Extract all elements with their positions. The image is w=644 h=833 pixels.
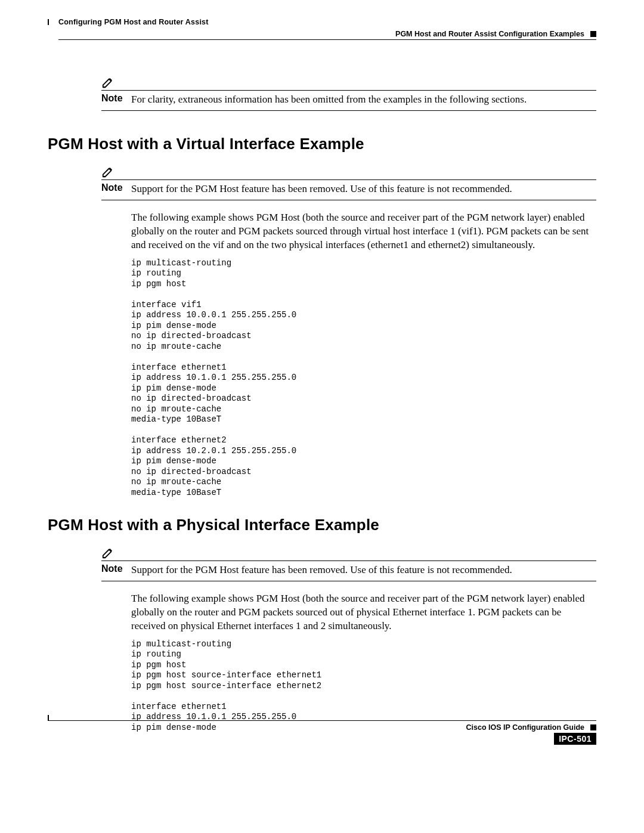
note-block-2: Note Support for the PGM Host feature ha… <box>101 165 596 200</box>
footer-row: Cisco IOS IP Configuration Guide <box>48 723 596 732</box>
note-block-3: Note Support for the PGM Host feature ha… <box>101 546 596 581</box>
header-chapter: Configuring PGM Host and Router Assist <box>58 18 596 26</box>
footer-title: Cisco IOS IP Configuration Guide <box>466 723 584 732</box>
crop-mark-top <box>48 19 49 25</box>
pencil-icon <box>101 76 114 89</box>
note-block-1: Note For clarity, extraneous information… <box>101 76 596 111</box>
note-text-1: For clarity, extraneous information has … <box>131 93 596 107</box>
body-paragraph-2: The following example shows PGM Host (bo… <box>131 592 596 633</box>
note-label-1: Note <box>101 93 131 104</box>
note-text-2: Support for the PGM Host feature has bee… <box>131 182 596 196</box>
page-footer: Cisco IOS IP Configuration Guide <box>48 720 596 732</box>
note-row-1: Note For clarity, extraneous information… <box>101 90 596 111</box>
header-section: PGM Host and Router Assist Configuration… <box>395 30 584 38</box>
section-heading-1: PGM Host with a Virtual Interface Exampl… <box>48 135 596 153</box>
content-area: Note For clarity, extraneous information… <box>48 76 596 733</box>
note-text-3: Support for the PGM Host feature has bee… <box>131 563 596 577</box>
code-block-2: ip multicast-routing ip routing ip pgm h… <box>131 639 596 733</box>
code-block-1: ip multicast-routing ip routing ip pgm h… <box>131 258 596 498</box>
body-paragraph-1: The following example shows PGM Host (bo… <box>131 211 596 252</box>
note-row-2: Note Support for the PGM Host feature ha… <box>101 179 596 200</box>
header-sub-row: PGM Host and Router Assist Configuration… <box>58 30 596 38</box>
note-label-2: Note <box>101 182 131 193</box>
header-marker-icon <box>590 31 596 37</box>
pencil-icon <box>101 546 114 559</box>
footer-rule <box>48 720 596 721</box>
note-label-3: Note <box>101 563 131 574</box>
section-heading-2: PGM Host with a Physical Interface Examp… <box>48 516 596 534</box>
pencil-icon <box>101 165 114 178</box>
header-rule <box>58 39 596 40</box>
page-header: Configuring PGM Host and Router Assist P… <box>58 18 596 40</box>
page-number: IPC-501 <box>554 733 596 745</box>
footer-marker-icon <box>590 724 596 730</box>
page: Configuring PGM Host and Router Assist P… <box>0 0 644 833</box>
note-row-3: Note Support for the PGM Host feature ha… <box>101 561 596 581</box>
